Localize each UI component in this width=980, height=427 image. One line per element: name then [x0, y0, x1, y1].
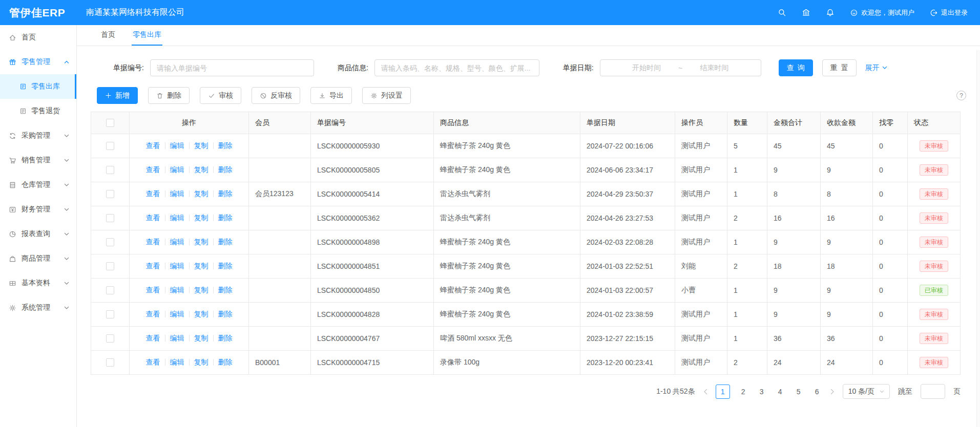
edit-link[interactable]: 编辑 — [170, 141, 184, 150]
delete-link[interactable]: 删除 — [218, 286, 233, 294]
delete-link[interactable]: 删除 — [218, 310, 233, 318]
view-link[interactable]: 查看 — [146, 238, 160, 246]
prev-page-button[interactable] — [703, 389, 707, 395]
sidebar-item-home[interactable]: 首页 — [0, 25, 76, 50]
edit-link[interactable]: 编辑 — [170, 334, 184, 342]
row-checkbox[interactable] — [106, 166, 114, 174]
page-number-button[interactable]: 6 — [812, 388, 822, 396]
view-link[interactable]: 查看 — [146, 189, 160, 198]
view-link[interactable]: 查看 — [146, 358, 160, 366]
edit-link[interactable]: 编辑 — [170, 310, 184, 318]
delete-link[interactable]: 删除 — [218, 334, 233, 342]
edit-link[interactable]: 编辑 — [170, 238, 184, 246]
row-checkbox[interactable] — [106, 142, 114, 150]
sidebar-item-basic-data[interactable]: 基本资料 — [0, 271, 76, 295]
row-checkbox[interactable] — [106, 358, 114, 367]
copy-link[interactable]: 复制 — [194, 334, 208, 342]
row-checkbox[interactable] — [106, 334, 114, 343]
help-icon[interactable]: ? — [956, 91, 966, 100]
view-link[interactable]: 查看 — [146, 334, 160, 342]
sidebar-item-goods[interactable]: 商品管理 — [0, 246, 76, 271]
delete-link[interactable]: 删除 — [218, 189, 233, 198]
user-welcome[interactable]: 欢迎您，测试用户 — [850, 8, 914, 17]
copy-link[interactable]: 复制 — [194, 238, 208, 246]
edit-link[interactable]: 编辑 — [170, 286, 184, 294]
delete-link[interactable]: 删除 — [218, 358, 233, 366]
sidebar-item-retail-outbound[interactable]: 零售出库 — [0, 74, 76, 99]
expand-link[interactable]: 展开 — [865, 63, 887, 73]
copy-link[interactable]: 复制 — [194, 141, 208, 150]
delete-button[interactable]: 删除 — [148, 87, 190, 104]
sidebar-item-reports[interactable]: 报表查询 — [0, 222, 76, 246]
view-link[interactable]: 查看 — [146, 214, 160, 222]
copy-link[interactable]: 复制 — [194, 310, 208, 318]
header-actions: 欢迎您，测试用户 退出登录 — [778, 8, 980, 17]
copy-link[interactable]: 复制 — [194, 214, 208, 222]
tab-retail-outbound[interactable]: 零售出库 — [132, 25, 162, 46]
cell-date: 2024-01-02 23:38:59 — [580, 303, 675, 327]
sidebar-item-sales[interactable]: 销售管理 — [0, 148, 76, 173]
page-number-button[interactable]: 4 — [775, 388, 785, 396]
bank-icon[interactable] — [802, 8, 810, 17]
edit-link[interactable]: 编辑 — [170, 214, 184, 222]
cell-change: 0 — [873, 351, 908, 375]
product-info-input[interactable] — [374, 59, 539, 76]
jump-page-input[interactable] — [921, 384, 945, 399]
edit-link[interactable]: 编辑 — [170, 262, 184, 270]
app-logo[interactable]: 管伊佳ERP — [0, 6, 77, 20]
row-checkbox[interactable] — [106, 238, 114, 246]
edit-link[interactable]: 编辑 — [170, 358, 184, 366]
cell-operator: 测试用户 — [675, 303, 727, 327]
view-link[interactable]: 查看 — [146, 141, 160, 150]
copy-link[interactable]: 复制 — [194, 262, 208, 270]
sidebar-item-purchase[interactable]: 采购管理 — [0, 123, 76, 148]
edit-link[interactable]: 编辑 — [170, 165, 184, 174]
delete-link[interactable]: 删除 — [218, 165, 233, 174]
row-checkbox[interactable] — [106, 190, 114, 198]
sidebar-item-warehouse[interactable]: 仓库管理 — [0, 173, 76, 197]
sidebar-item-retail-return[interactable]: 零售退货 — [0, 99, 76, 123]
delete-link[interactable]: 删除 — [218, 262, 233, 270]
delete-link[interactable]: 删除 — [218, 238, 233, 246]
column-settings-button[interactable]: 列设置 — [362, 87, 411, 104]
unaudit-button[interactable]: 反审核 — [252, 87, 300, 104]
search-button[interactable]: 查询 — [779, 59, 813, 76]
sidebar-item-retail[interactable]: 零售管理 — [0, 50, 76, 74]
row-checkbox[interactable] — [106, 286, 114, 294]
reset-button[interactable]: 重置 — [822, 59, 857, 76]
page-number-button[interactable]: 5 — [794, 388, 804, 396]
page-size-select[interactable]: 10 条/页 — [843, 384, 890, 399]
bill-no-input[interactable] — [150, 59, 314, 76]
row-checkbox[interactable] — [106, 214, 114, 222]
scrollbar-track[interactable] — [976, 50, 980, 427]
audit-button[interactable]: 审核 — [200, 87, 241, 104]
logout-button[interactable]: 退出登录 — [930, 8, 968, 17]
copy-link[interactable]: 复制 — [194, 165, 208, 174]
search-icon[interactable] — [778, 8, 786, 17]
copy-link[interactable]: 复制 — [194, 286, 208, 294]
sidebar-item-system[interactable]: 系统管理 — [0, 295, 76, 320]
page-number-button[interactable]: 3 — [757, 388, 767, 396]
delete-link[interactable]: 删除 — [218, 141, 233, 150]
copy-link[interactable]: 复制 — [194, 358, 208, 366]
export-button[interactable]: 导出 — [310, 87, 352, 104]
bell-icon[interactable] — [826, 8, 835, 17]
row-checkbox[interactable] — [106, 310, 114, 318]
tab-home[interactable]: 首页 — [100, 25, 116, 46]
page-number-button[interactable]: 1 — [716, 385, 730, 399]
copy-link[interactable]: 复制 — [194, 189, 208, 198]
edit-link[interactable]: 编辑 — [170, 189, 184, 198]
view-link[interactable]: 查看 — [146, 165, 160, 174]
delete-link[interactable]: 删除 — [218, 214, 233, 222]
row-checkbox[interactable] — [106, 262, 114, 270]
page-number-button[interactable]: 2 — [738, 388, 748, 396]
next-page-button[interactable] — [830, 389, 835, 395]
view-link[interactable]: 查看 — [146, 310, 160, 318]
date-range-input[interactable]: 开始时间 ~ 结束时间 — [600, 59, 761, 76]
add-button[interactable]: 新增 — [97, 87, 138, 104]
select-all-checkbox[interactable] — [106, 119, 114, 127]
sidebar-item-finance[interactable]: 财务管理 — [0, 197, 76, 222]
view-link[interactable]: 查看 — [146, 262, 160, 270]
view-link[interactable]: 查看 — [146, 286, 160, 294]
cell-qty: 1 — [727, 303, 767, 327]
